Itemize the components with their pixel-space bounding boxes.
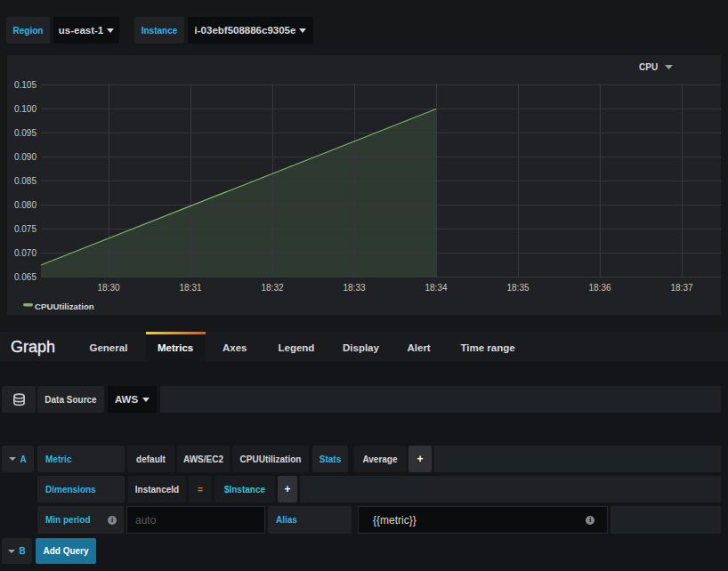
svg-text:18:37: 18:37 (670, 283, 692, 293)
svg-text:0.070: 0.070 (14, 248, 36, 258)
svg-text:0.085: 0.085 (14, 176, 36, 186)
svg-text:0.075: 0.075 (14, 224, 36, 234)
svg-text:18:31: 18:31 (179, 283, 201, 293)
svg-text:18:32: 18:32 (261, 283, 283, 293)
svg-text:0.080: 0.080 (14, 200, 36, 210)
svg-text:0.100: 0.100 (14, 104, 36, 114)
svg-text:18:35: 18:35 (506, 283, 529, 293)
svg-text:CPU: CPU (639, 62, 658, 72)
svg-text:18:34: 18:34 (425, 283, 447, 293)
svg-text:18:30: 18:30 (97, 283, 119, 293)
svg-text:0.065: 0.065 (14, 272, 36, 282)
svg-text:0.105: 0.105 (14, 80, 36, 90)
svg-text:18:33: 18:33 (343, 283, 365, 293)
svg-text:0.090: 0.090 (14, 152, 36, 162)
svg-text:CPUUtilization: CPUUtilization (35, 302, 94, 311)
svg-text:18:36: 18:36 (588, 283, 611, 293)
svg-text:0.095: 0.095 (14, 128, 36, 138)
